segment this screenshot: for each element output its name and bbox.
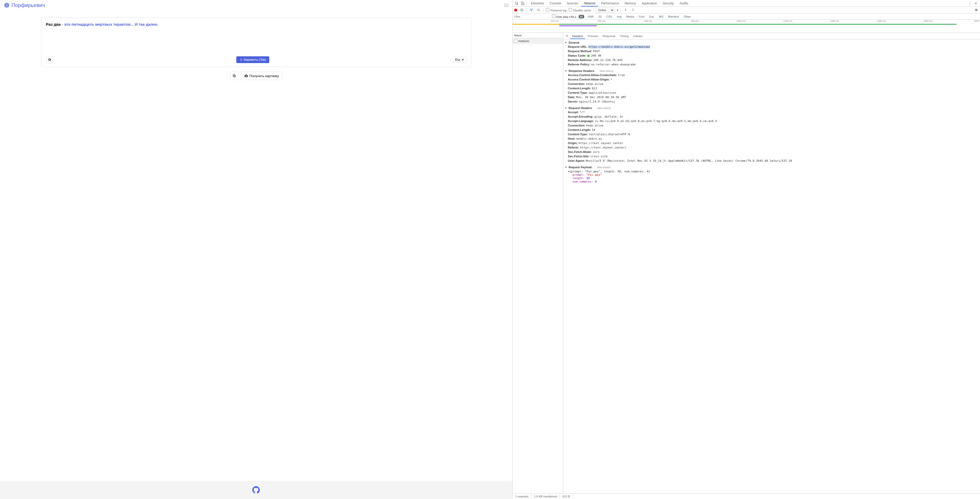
app-title-wrap: Порфирьевич [4,2,45,8]
card-actions: Варианты (Tab) Esc ✕ [46,41,466,63]
tab-headers[interactable]: Headers [570,33,585,39]
prompt-text: Раз два [46,22,61,27]
request-headers-section: ▼Request Headersview source Accept: */*A… [563,105,980,164]
svg-rect-5 [523,3,524,5]
device-icon[interactable] [520,1,525,6]
generated-text: - это пятнадцать мертвых терактов... И т… [61,22,158,27]
network-toolbar: Preserve log Disable cache Online ▼ ↥ ↧ [512,7,980,13]
header-row: Content-Type: text/plain;charset=UTF-8 [563,132,980,137]
general-header[interactable]: ▼General [563,40,980,44]
hide-data-urls-checkbox[interactable]: Hide data URLs [552,14,576,18]
filter-js[interactable]: JS [597,15,603,18]
status-requests: 1 requests [512,494,531,499]
header-row: Content-Length: 813 [563,86,980,91]
devtools-tabbar: Elements Console Sources Network Perform… [512,0,980,7]
document-icon [514,39,517,43]
filter-icon[interactable] [529,8,534,13]
tab-security[interactable]: Security [660,0,676,6]
preserve-log-checkbox[interactable]: Preserve log [546,8,566,12]
filter-input[interactable] [514,15,550,18]
status-transferred: 1.0 KB transferred [531,494,560,499]
upload-icon[interactable]: ↥ [623,8,628,13]
detail-tabs: ✕ Headers Preview Response Timing Initia… [563,33,980,40]
throttling-select[interactable]: Online [596,8,614,13]
devtools-pane: Elements Console Sources Network Perform… [512,0,980,499]
below-card-actions: Получить картинку [230,72,283,80]
clear-icon[interactable] [519,8,525,13]
name-column-header[interactable]: Name [512,33,563,38]
tab-audits[interactable]: Audits [677,0,691,6]
github-link[interactable] [252,486,260,494]
filter-ws[interactable]: WS [657,15,665,18]
tab-preview[interactable]: Preview [585,33,600,39]
filter-doc[interactable]: Doc [648,15,655,18]
filter-font[interactable]: Font [638,15,646,18]
get-image-label: Получить картинку [250,74,279,78]
response-headers-header[interactable]: ▼Response Headersview source [563,69,980,73]
tab-console[interactable]: Console [547,0,564,6]
request-name: medium/ [518,40,529,43]
header-row: Host: models.dobro.ai [563,137,980,141]
disable-cache-checkbox[interactable]: Disable cache [569,8,591,12]
header-row: Date: Mon, 30 Dec 2019 08:34:36 GMT [563,95,980,99]
esc-button[interactable]: Esc ✕ [453,57,466,63]
filter-manifest[interactable]: Manifest [667,15,680,18]
filter-css[interactable]: CSS [605,15,614,18]
get-image-button[interactable]: Получить картинку [241,72,283,80]
network-statusbar: 1 requests 1.0 KB transferred 813 B [512,494,980,499]
header-row: Accept: */* [563,110,980,114]
header-row: Content-Type: application/json [563,91,980,95]
chevron-down-icon[interactable]: ▼ [616,9,619,11]
filter-xhr[interactable]: XHR [586,15,595,18]
search-icon[interactable] [536,8,541,13]
esc-label: Esc [455,58,460,62]
kebab-icon[interactable]: ⋮ [967,1,973,6]
view-source-link[interactable]: view source [600,70,613,72]
filter-other[interactable]: Other [682,15,692,18]
svg-point-7 [538,9,539,11]
timeline-ticks: 200 ms 400 ms 600 ms 800 ms 1000 ms 1200… [512,20,980,23]
header-row: User-Agent: Mozilla/5.0 (Macintosh; Inte… [563,159,980,163]
view-source-link[interactable]: view source [597,166,611,169]
tab-response[interactable]: Response [601,33,618,39]
network-main: Name medium/ ✕ Headers Preview Response … [512,33,980,494]
request-payload-section: ▼Request Payloadview source ▼{prompt: "Р… [563,164,980,185]
menu-button[interactable] [504,4,509,7]
request-url-value[interactable]: https://models.dobro.ai/gpt2/medium/ [589,45,650,49]
header-row: Connection: keep-alive [563,123,980,128]
close-icon: ✕ [461,58,464,62]
inspect-icon[interactable] [514,1,519,6]
network-timeline[interactable]: 200 ms 400 ms 600 ms 800 ms 1000 ms 1200… [512,20,980,33]
tab-sources[interactable]: Sources [564,0,581,6]
filter-img[interactable]: Img [616,15,623,18]
filter-all[interactable]: All [579,15,584,18]
detail-close-icon[interactable]: ✕ [564,34,570,38]
app-footer [0,481,512,499]
header-row: Sec-Fetch-Site: cross-site [563,154,980,159]
request-payload-header[interactable]: ▼Request Payloadview source [563,165,980,169]
settings-gear-icon[interactable] [973,8,978,13]
header-row: Access-Control-Allow-Origin: * [563,77,980,82]
svg-rect-1 [234,75,235,77]
settings-button[interactable] [46,56,53,63]
tab-timing[interactable]: Timing [618,33,631,39]
generation-text[interactable]: Раз два - это пятнадцать мертвых теракто… [46,22,466,27]
tab-application[interactable]: Application [639,0,660,6]
record-button[interactable] [514,9,517,12]
tab-elements[interactable]: Elements [528,0,547,6]
tab-network[interactable]: Network [581,0,598,6]
filter-media[interactable]: Media [625,15,635,18]
devtools-close-icon[interactable]: ✕ [973,1,978,6]
refresh-icon [239,58,243,61]
download-icon[interactable]: ↧ [630,8,636,13]
copy-button[interactable] [230,72,239,80]
variants-button[interactable]: Варианты (Tab) [236,56,269,63]
copy-icon [232,74,236,78]
request-row[interactable]: medium/ [512,38,563,44]
request-list: Name medium/ [512,33,563,494]
view-source-link[interactable]: view source [597,107,611,110]
tab-performance[interactable]: Performance [598,0,622,6]
request-headers-header[interactable]: ▼Request Headersview source [563,106,980,110]
tab-memory[interactable]: Memory [622,0,638,6]
tab-initiator[interactable]: Initiator [631,33,645,39]
